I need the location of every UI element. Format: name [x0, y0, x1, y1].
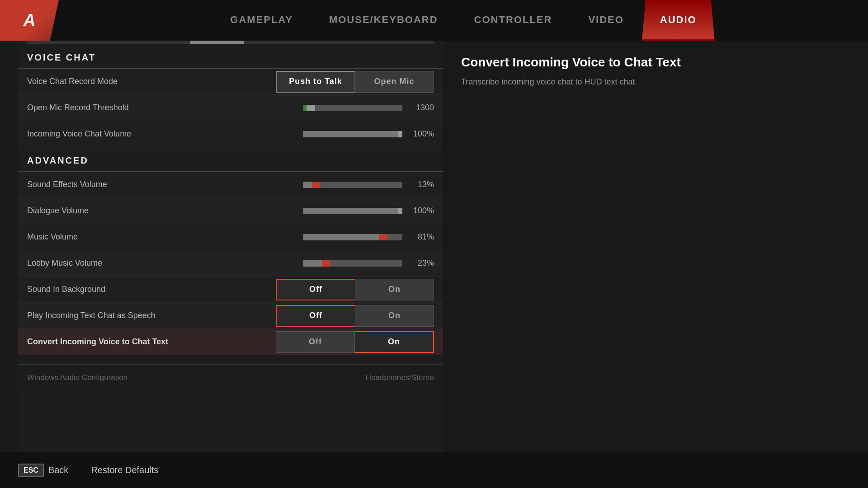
convert-incoming-voice-off-button[interactable]: Off — [276, 331, 355, 353]
nav-tabs: GAMEPLAY MOUSE/KEYBOARD CONTROLLER VIDEO… — [59, 0, 868, 41]
esc-key-badge: ESC — [18, 464, 44, 477]
restore-defaults-label: Restore Defaults — [91, 465, 158, 475]
music-volume-row: Music Volume 81% — [18, 224, 443, 250]
open-mic-threshold-row: Open Mic Record Threshold 1300 — [18, 95, 443, 121]
dialogue-volume-fill — [303, 208, 402, 214]
main-content: VOICE CHAT Voice Chat Record Mode Push t… — [0, 41, 868, 452]
dialogue-volume-track[interactable] — [303, 208, 402, 214]
push-to-talk-button[interactable]: Push to Talk — [276, 71, 355, 93]
open-mic-threshold-control: 1300 — [303, 103, 434, 113]
sound-effects-volume-value: 13% — [409, 180, 434, 189]
header: A GAMEPLAY MOUSE/KEYBOARD CONTROLLER VID… — [0, 0, 868, 41]
music-volume-track[interactable] — [303, 234, 402, 240]
tab-controller[interactable]: CONTROLLER — [456, 0, 571, 41]
lobby-music-volume-handle[interactable] — [322, 260, 330, 267]
incoming-voice-volume-label: Incoming Voice Chat Volume — [27, 129, 303, 139]
tab-gameplay[interactable]: GAMEPLAY — [212, 0, 311, 41]
logo-area: A — [0, 0, 59, 41]
tab-video[interactable]: VIDEO — [570, 0, 642, 41]
play-incoming-text-row: Play Incoming Text Chat as Speech Off On — [18, 303, 443, 329]
info-panel-title: Convert Incoming Voice to Chat Text — [461, 54, 850, 70]
windows-audio-row: Windows Audio Configuration Headphones/S… — [18, 364, 443, 390]
advanced-section-header: ADVANCED — [18, 147, 443, 172]
sound-in-background-off-button[interactable]: Off — [276, 279, 355, 300]
convert-incoming-voice-control: Off On — [276, 331, 434, 353]
back-label: Back — [48, 465, 68, 475]
windows-audio-label: Windows Audio Configuration — [27, 373, 366, 382]
open-mic-threshold-track[interactable] — [303, 105, 402, 111]
sound-effects-volume-track[interactable] — [303, 182, 402, 188]
incoming-voice-volume-control: 100% — [303, 129, 434, 139]
dialogue-volume-value: 100% — [409, 206, 434, 216]
restore-defaults-button[interactable]: Restore Defaults — [91, 465, 158, 475]
music-volume-control: 81% — [303, 232, 434, 242]
open-mic-button[interactable]: Open Mic — [355, 71, 434, 93]
play-incoming-text-off-button[interactable]: Off — [276, 305, 355, 327]
play-incoming-text-control: Off On — [276, 305, 434, 327]
back-button[interactable]: ESC Back — [18, 464, 68, 477]
incoming-voice-volume-value: 100% — [409, 129, 434, 139]
voice-chat-record-mode-label: Voice Chat Record Mode — [27, 77, 276, 86]
convert-incoming-voice-row: Convert Incoming Voice to Chat Text Off … — [18, 329, 443, 355]
dialogue-volume-row: Dialogue Volume 100% — [18, 198, 443, 224]
incoming-voice-volume-fill — [303, 131, 402, 137]
settings-panel: VOICE CHAT Voice Chat Record Mode Push t… — [18, 41, 443, 452]
sound-effects-volume-label: Sound Effects Volume — [27, 180, 303, 189]
open-mic-threshold-label: Open Mic Record Threshold — [27, 103, 303, 113]
scroll-thumb — [190, 41, 244, 44]
open-mic-threshold-handle[interactable] — [307, 105, 315, 111]
sound-in-background-on-button[interactable]: On — [355, 279, 434, 300]
lobby-music-volume-value: 23% — [409, 258, 434, 268]
lobby-music-volume-control: 23% — [303, 258, 434, 268]
dialogue-volume-label: Dialogue Volume — [27, 206, 303, 216]
info-panel-description: Transcribe incoming voice chat to HUD te… — [461, 76, 850, 88]
dialogue-volume-handle[interactable] — [398, 208, 402, 214]
incoming-voice-volume-track[interactable] — [303, 131, 402, 137]
windows-audio-value: Headphones/Stereo — [366, 373, 434, 382]
tab-mouse-keyboard[interactable]: MOUSE/KEYBOARD — [311, 0, 456, 41]
incoming-voice-volume-handle[interactable] — [398, 131, 402, 137]
convert-incoming-voice-on-button[interactable]: On — [355, 331, 434, 353]
footer: ESC Back Restore Defaults — [0, 452, 868, 488]
sound-effects-volume-row: Sound Effects Volume 13% — [18, 172, 443, 198]
apex-logo-icon: A — [24, 11, 35, 30]
sound-in-background-control: Off On — [276, 279, 434, 300]
scroll-indicator — [27, 41, 434, 44]
voice-chat-section-header: VOICE CHAT — [18, 44, 443, 69]
info-panel: Convert Incoming Voice to Chat Text Tran… — [443, 41, 868, 452]
music-volume-handle[interactable] — [379, 234, 387, 240]
tab-audio[interactable]: AUDIO — [642, 0, 715, 41]
play-incoming-text-on-button[interactable]: On — [355, 305, 434, 327]
lobby-music-volume-label: Lobby Music Volume — [27, 258, 303, 268]
voice-chat-record-mode-control: Push to Talk Open Mic — [276, 71, 434, 93]
sound-effects-volume-control: 13% — [303, 180, 434, 189]
music-volume-fill — [303, 234, 383, 240]
play-incoming-text-label: Play Incoming Text Chat as Speech — [27, 311, 276, 320]
sound-in-background-row: Sound In Background Off On — [18, 277, 443, 303]
voice-chat-record-mode-row: Voice Chat Record Mode Push to Talk Open… — [18, 69, 443, 95]
open-mic-threshold-value: 1300 — [409, 103, 434, 113]
incoming-voice-volume-row: Incoming Voice Chat Volume 100% — [18, 121, 443, 147]
convert-incoming-voice-label: Convert Incoming Voice to Chat Text — [27, 337, 276, 347]
lobby-music-volume-row: Lobby Music Volume 23% — [18, 250, 443, 277]
dialogue-volume-control: 100% — [303, 206, 434, 216]
sound-effects-volume-handle[interactable] — [312, 182, 320, 188]
sound-in-background-label: Sound In Background — [27, 285, 276, 294]
music-volume-value: 81% — [409, 232, 434, 242]
lobby-music-volume-track[interactable] — [303, 260, 402, 267]
music-volume-label: Music Volume — [27, 232, 303, 242]
